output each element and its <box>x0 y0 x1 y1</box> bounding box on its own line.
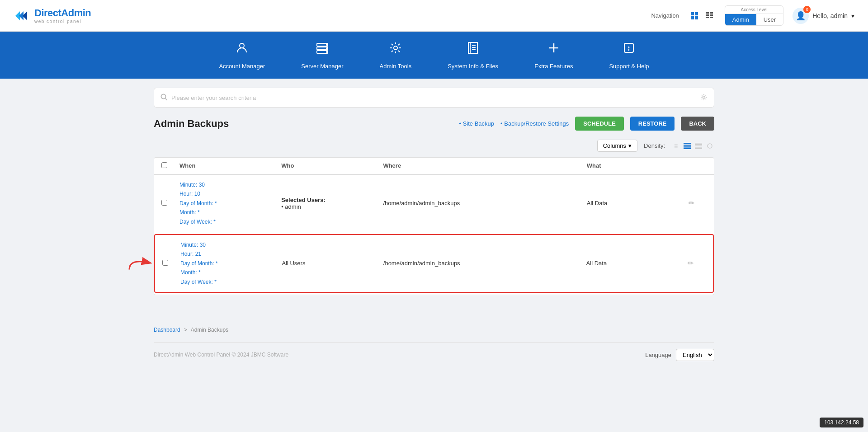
nav-item-account-manager[interactable]: Account Manager <box>219 41 265 70</box>
svg-rect-24 <box>684 143 691 144</box>
svg-rect-10 <box>710 14 713 16</box>
row2-where: /home/admin/admin_backups <box>383 260 586 267</box>
svg-rect-9 <box>706 14 709 16</box>
svg-rect-12 <box>710 17 713 18</box>
row1-checkbox[interactable] <box>161 200 167 206</box>
nav-icons <box>688 9 716 22</box>
row1-what: All Data <box>587 200 689 207</box>
nav-item-server-manager[interactable]: Server Manager <box>301 41 343 70</box>
search-input[interactable] <box>171 94 700 101</box>
row1-where: /home/admin/admin_backups <box>383 200 586 207</box>
svg-rect-28 <box>695 143 702 144</box>
schedule-button[interactable]: SCHEDULE <box>575 117 624 131</box>
density-list-icon[interactable]: ≡ <box>671 141 680 150</box>
server-manager-icon <box>315 41 330 58</box>
nav-item-account-manager-label: Account Manager <box>219 63 265 70</box>
page-actions: Site Backup Backup/Restore Settings SCHE… <box>459 117 714 131</box>
top-header: DirectAdmin web control panel Navigation… <box>0 0 868 32</box>
nav-item-support-label: Support & Help <box>609 63 649 70</box>
nav-item-extra-features[interactable]: Extra Features <box>534 41 573 70</box>
svg-rect-7 <box>706 12 709 14</box>
nav-item-admin-tools-label: Admin Tools <box>380 63 412 70</box>
svg-point-20 <box>394 46 397 50</box>
footer-right: Language English <box>645 349 714 361</box>
language-label: Language <box>645 352 671 358</box>
svg-rect-25 <box>684 145 691 146</box>
link-backup-restore[interactable]: Backup/Restore Settings <box>500 120 569 127</box>
account-manager-icon <box>235 41 249 58</box>
user-name: Hello, admin <box>812 12 848 19</box>
th-what: What <box>587 162 689 169</box>
nav-item-admin-tools[interactable]: Admin Tools <box>380 41 412 70</box>
density-label: Density: <box>644 142 665 149</box>
svg-rect-6 <box>695 16 698 19</box>
table-controls: Columns ▾ Density: ≡ <box>154 140 714 152</box>
logo-sub: web control panel <box>34 19 91 24</box>
search-gear-icon[interactable] <box>700 94 708 102</box>
nav-grid-icon[interactable] <box>688 9 701 22</box>
access-tab-user[interactable]: User <box>756 14 783 25</box>
table-row: Minute: 30Hour: 10Day of Month: *Month: … <box>154 175 714 232</box>
svg-rect-30 <box>695 146 702 146</box>
access-level-title: Access Level <box>725 6 783 14</box>
breadcrumb: Dashboard > Admin Backups <box>154 327 714 333</box>
svg-point-17 <box>326 44 327 45</box>
svg-rect-31 <box>695 147 702 148</box>
language-select[interactable]: English <box>676 349 714 361</box>
breadcrumb-sep: > <box>184 327 187 333</box>
svg-rect-32 <box>695 148 702 149</box>
svg-point-33 <box>708 144 712 148</box>
density-circle-icon[interactable] <box>705 141 714 150</box>
svg-point-18 <box>326 48 327 49</box>
columns-button[interactable]: Columns ▾ <box>597 140 637 152</box>
row1-edit[interactable]: ✏ <box>689 199 707 207</box>
logo-icon <box>14 8 30 24</box>
density-compact-icon[interactable] <box>694 141 703 150</box>
system-info-icon <box>466 41 480 58</box>
user-area[interactable]: 👤 0 Hello, admin ▾ <box>793 8 854 24</box>
highlighted-row: Minute: 30Hour: 21Day of Month: *Month: … <box>154 234 714 293</box>
link-site-backup[interactable]: Site Backup <box>459 120 495 127</box>
table-wrapper: When Who Where What Minute: 30Hour: 10Da… <box>154 157 714 295</box>
nav-item-system-info[interactable]: System Info & Files <box>448 41 498 70</box>
header-right: Navigation Access Level Admin User 👤 0 H… <box>651 5 854 26</box>
svg-rect-3 <box>691 12 694 15</box>
footer-bottom: DirectAdmin Web Control Panel © 2024 JBM… <box>154 342 714 361</box>
access-tab-admin[interactable]: Admin <box>725 14 756 25</box>
nav-item-support[interactable]: Support & Help <box>609 41 649 70</box>
svg-rect-29 <box>695 144 702 145</box>
row2-what: All Data <box>586 260 688 267</box>
extra-features-icon <box>547 41 561 58</box>
nav-item-system-info-label: System Info & Files <box>448 63 498 70</box>
select-all-checkbox[interactable] <box>161 162 167 168</box>
density-medium-icon[interactable] <box>683 141 692 150</box>
svg-rect-5 <box>691 16 694 19</box>
th-actions <box>689 162 707 169</box>
row1-who: Selected Users: • admin <box>281 197 383 210</box>
svg-rect-11 <box>706 17 709 18</box>
nav-list-icon[interactable] <box>703 9 716 22</box>
support-icon <box>622 41 636 58</box>
avatar: 👤 0 <box>793 8 809 24</box>
svg-point-13 <box>240 43 244 48</box>
row2-edit[interactable]: ✏ <box>688 259 706 268</box>
back-button[interactable]: BACK <box>681 117 714 131</box>
row1-checkbox-cell <box>161 200 179 207</box>
restore-button[interactable]: RESTORE <box>630 117 675 131</box>
row2-checkbox[interactable] <box>162 260 168 266</box>
breadcrumb-dashboard[interactable]: Dashboard <box>154 327 180 333</box>
admin-tools-icon <box>388 41 403 58</box>
access-level-box: Access Level Admin User <box>725 5 783 26</box>
nav-label: Navigation <box>651 12 679 19</box>
search-bar <box>154 88 714 108</box>
density-icons: ≡ <box>671 141 714 150</box>
svg-rect-8 <box>710 12 713 14</box>
page-header-row: Admin Backups Site Backup Backup/Restore… <box>154 117 714 131</box>
th-when: When <box>179 162 281 169</box>
logo-area: DirectAdmin web control panel <box>14 7 91 24</box>
th-where: Where <box>383 162 586 169</box>
th-who: Who <box>281 162 383 169</box>
search-icon <box>160 94 168 102</box>
highlighted-row-container: Minute: 30Hour: 21Day of Month: *Month: … <box>154 234 714 293</box>
user-badge: 0 <box>803 6 811 13</box>
